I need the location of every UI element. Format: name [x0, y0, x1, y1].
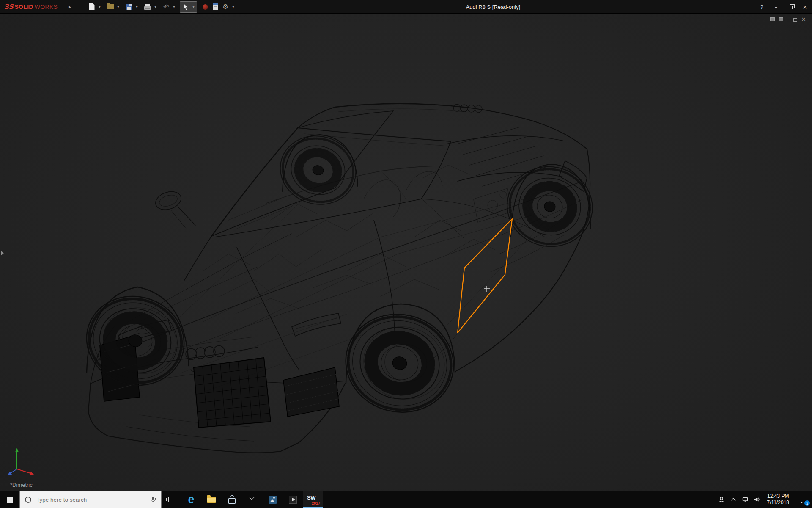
start-button[interactable] — [0, 491, 19, 508]
cortana-icon — [25, 497, 31, 503]
taskbar-app-store[interactable] — [222, 491, 242, 508]
speaker-icon — [753, 496, 760, 503]
network-icon — [742, 496, 749, 503]
3ds-logo-icon: ЗS — [4, 3, 13, 11]
clock-date: 7/11/2018 — [767, 500, 790, 506]
restore-button[interactable] — [783, 0, 798, 14]
notification-badge: 2 — [804, 500, 810, 506]
car-greenhouse — [153, 109, 464, 237]
logo-text-works: WORKS — [35, 3, 58, 10]
wheel-front-right — [272, 127, 364, 213]
print-button[interactable] — [143, 2, 153, 12]
rebuild-icon — [203, 4, 208, 10]
select-cursor-icon — [182, 3, 189, 11]
task-view-button[interactable] — [162, 491, 181, 508]
minimize-button[interactable]: – — [769, 0, 783, 14]
movies-tv-icon — [289, 496, 297, 504]
file-explorer-icon — [207, 497, 216, 503]
logo-text-solid: SOLID — [14, 3, 33, 10]
document-window-icon-2[interactable] — [779, 17, 783, 21]
show-hidden-icons-button[interactable] — [727, 491, 739, 508]
wheel-rear-right — [500, 159, 600, 254]
3d-canvas[interactable] — [0, 14, 812, 491]
select-tool-button[interactable] — [181, 2, 191, 12]
car-engine-deck — [447, 127, 587, 191]
help-button[interactable]: ? — [754, 0, 769, 14]
undo-icon: ↶ — [163, 3, 169, 11]
options-button[interactable]: ⚙ — [220, 2, 230, 12]
taskbar-clock[interactable]: 12:43 PM 7/11/2018 — [763, 493, 794, 506]
save-button[interactable] — [124, 2, 134, 12]
restore-icon — [789, 6, 793, 9]
taskbar-app-edge[interactable]: e — [181, 491, 201, 508]
system-tray: 12:43 PM 7/11/2018 2 — [716, 491, 812, 508]
wheel-rear-left — [336, 304, 463, 423]
document-window-controls: – × — [770, 17, 806, 22]
taskbar-search-box — [19, 491, 162, 508]
people-button[interactable] — [716, 491, 727, 508]
search-input[interactable] — [36, 496, 149, 503]
file-properties-icon — [213, 3, 218, 10]
document-minimize-icon[interactable]: – — [787, 17, 790, 21]
view-orientation-label: *Dimetric — [10, 482, 33, 488]
open-button[interactable] — [105, 2, 115, 12]
file-properties-button[interactable] — [210, 2, 220, 12]
taskbar-app-mail[interactable] — [242, 491, 262, 508]
options-dropdown[interactable]: ▾ — [230, 2, 236, 12]
select-tool-dropdown[interactable]: ▾ — [191, 2, 196, 12]
quick-access-toolbar: ▾ ▾ ▾ ▾ ↶ ▾ ▾ ⚙ ▾ — [87, 0, 236, 14]
window-title: Audi R8 S [Read-only] — [466, 0, 521, 14]
taskbar-app-photos[interactable] — [262, 491, 283, 508]
select-tool-group: ▾ — [180, 1, 197, 13]
new-document-button[interactable] — [87, 2, 97, 12]
audi-rings-rear — [453, 104, 483, 113]
titlebar: ЗS SOLIDWORKS ▶ ▾ ▾ ▾ ▾ ↶ ▾ ▾ ⚙ — [0, 0, 812, 14]
taskbar-app-movies[interactable] — [283, 491, 303, 508]
new-document-dropdown[interactable]: ▾ — [97, 2, 102, 12]
windows-taskbar: e SW 2017 — [0, 491, 812, 508]
rebuild-button[interactable] — [200, 2, 210, 12]
selected-face-highlight[interactable] — [458, 219, 512, 333]
edge-icon: e — [188, 494, 194, 505]
task-view-icon — [168, 497, 174, 502]
car-front-fascia — [100, 313, 341, 428]
network-button[interactable] — [739, 491, 751, 508]
taskbar-app-file-explorer[interactable] — [201, 491, 222, 508]
new-document-icon — [89, 3, 95, 10]
crosshair-cursor — [484, 286, 490, 292]
document-window-icon-1[interactable] — [770, 17, 775, 21]
chevron-up-icon — [731, 498, 735, 502]
volume-button[interactable] — [751, 491, 763, 508]
toolbar-flyout-arrow-icon[interactable]: ▶ — [69, 0, 71, 14]
orientation-triad — [8, 448, 34, 475]
document-restore-icon[interactable] — [793, 18, 797, 22]
photos-icon — [269, 496, 277, 504]
wireframe-car-model — [76, 104, 600, 453]
solidworks-window: ЗS SOLIDWORKS ▶ ▾ ▾ ▾ ▾ ↶ ▾ ▾ ⚙ — [0, 0, 812, 508]
taskbar-app-solidworks[interactable]: SW 2017 — [303, 491, 323, 508]
window-controls: ? – × — [754, 0, 812, 14]
person-icon — [718, 496, 725, 503]
open-dropdown[interactable]: ▾ — [115, 2, 121, 12]
solidworks-app-icon: SW 2017 — [306, 493, 320, 506]
undo-button[interactable]: ↶ — [161, 2, 171, 12]
graphics-viewport[interactable]: – × — [0, 14, 812, 491]
close-button[interactable]: × — [798, 0, 812, 14]
open-folder-icon — [107, 4, 114, 9]
microphone-icon[interactable] — [149, 496, 156, 503]
mail-icon — [248, 497, 256, 502]
document-close-icon[interactable]: × — [801, 17, 806, 22]
solidworks-logo: ЗS SOLIDWORKS — [4, 0, 58, 14]
car-internal-structure — [148, 165, 546, 394]
solidworks-icon-year: 2017 — [312, 501, 320, 505]
print-dropdown[interactable]: ▾ — [153, 2, 158, 12]
store-icon — [228, 498, 236, 504]
save-dropdown[interactable]: ▾ — [134, 2, 140, 12]
save-icon — [126, 4, 132, 10]
windows-logo-icon — [7, 497, 13, 503]
clock-time: 12:43 PM — [767, 493, 790, 500]
action-center-button[interactable]: 2 — [793, 491, 812, 508]
solidworks-icon-label: SW — [307, 494, 315, 501]
gear-icon: ⚙ — [222, 3, 228, 10]
undo-dropdown[interactable]: ▾ — [171, 2, 177, 12]
